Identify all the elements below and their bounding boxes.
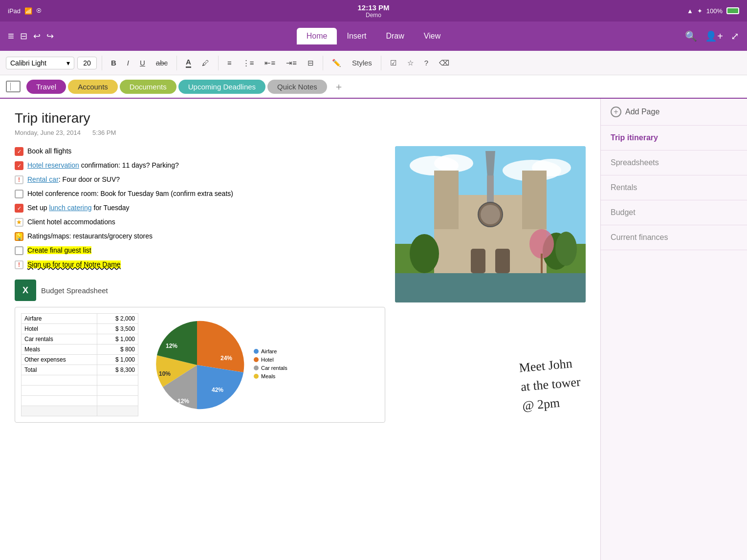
strikethrough-button[interactable]: abc xyxy=(152,57,172,69)
font-color-button[interactable]: A xyxy=(182,56,195,70)
page-nav-rentals[interactable]: Rentals xyxy=(601,175,747,200)
notre-dame-image xyxy=(395,146,586,302)
tab-insert[interactable]: Insert xyxy=(337,28,376,44)
checkbox[interactable]: ✓ xyxy=(15,204,23,213)
font-size-input[interactable]: 20 xyxy=(77,57,97,69)
status-bar: iPad 📶 ⦿ 12:13 PM Demo ▲ ✦ 100% xyxy=(0,0,747,22)
menu-icon[interactable]: ≡ xyxy=(8,30,14,43)
list-item: Create final guest list xyxy=(15,245,385,256)
table-row: Car rentals$ 1,000 xyxy=(22,334,138,345)
add-user-icon[interactable]: 👤+ xyxy=(705,30,723,42)
table-row: Meals$ 800 xyxy=(22,345,138,355)
sidebar-toggle[interactable] xyxy=(6,81,21,92)
expand-icon[interactable]: ⤢ xyxy=(731,30,739,42)
checkbox[interactable]: ! xyxy=(15,260,23,269)
expense-table: Airfare$ 2,000 Hotel$ 3,500 Car rentals$… xyxy=(21,313,138,416)
indent-button[interactable]: ⇥≡ xyxy=(282,57,301,69)
table-row: Other expenses$ 1,000 xyxy=(22,355,138,365)
hotel-link[interactable]: Hotel reservation xyxy=(27,161,79,169)
tab-draw[interactable]: Draw xyxy=(376,28,414,44)
checkbox[interactable]: ✓ xyxy=(15,161,23,170)
page-date: Monday, June 23, 2014 xyxy=(15,129,81,136)
add-page-circle-icon: + xyxy=(611,107,621,117)
italic-button[interactable]: I xyxy=(123,57,133,69)
svg-rect-15 xyxy=(495,249,510,273)
list-item: ! Rental car: Four door or SUV? xyxy=(15,174,385,185)
svg-point-13 xyxy=(481,205,500,224)
page-nav-trip-itinerary[interactable]: Trip itinerary xyxy=(601,126,747,151)
svg-point-16 xyxy=(410,234,439,273)
svg-rect-20 xyxy=(541,254,543,273)
checkbox-button[interactable]: ☑ xyxy=(386,57,400,69)
checkbox[interactable]: ★ xyxy=(15,218,23,227)
tab-quick-notes[interactable]: Quick Notes xyxy=(267,80,327,94)
status-center: 12:13 PM Demo xyxy=(357,3,389,19)
align-button[interactable]: ⊟ xyxy=(304,57,318,69)
pie-label-car: 12% xyxy=(177,398,189,405)
list-item: ✓ Hotel reservation confirmation: 11 day… xyxy=(15,160,385,171)
page-nav-budget[interactable]: Budget xyxy=(601,200,747,225)
bluetooth-icon: ✦ xyxy=(697,7,703,15)
add-tab-button[interactable]: ＋ xyxy=(329,78,349,95)
tab-documents[interactable]: Documents xyxy=(120,80,176,94)
bold-button[interactable]: B xyxy=(107,57,120,69)
inking-button[interactable]: ⌫ xyxy=(435,57,453,69)
checkbox[interactable] xyxy=(15,246,23,255)
checkbox[interactable]: ✓ xyxy=(15,147,23,156)
list-item: ★ Client hotel accommodations xyxy=(15,217,385,227)
highlighted-text-2: Sign up for tour of Notre Dame xyxy=(27,260,121,268)
tab-home[interactable]: Home xyxy=(297,28,337,44)
page-nav-spreadsheets[interactable]: Spreadsheets xyxy=(601,151,747,175)
bullet-list-button[interactable]: ≡ xyxy=(223,57,236,69)
table-row-total: Total$ 8,300 xyxy=(22,365,138,375)
svg-rect-14 xyxy=(471,249,485,273)
gps-icon: ▲ xyxy=(687,7,693,15)
tab-view[interactable]: View xyxy=(414,28,450,44)
search-icon[interactable]: 🔍 xyxy=(685,30,697,42)
add-page-button[interactable]: + Add Page xyxy=(601,99,747,126)
styles-button[interactable]: Styles xyxy=(348,57,376,69)
notebook-icon[interactable]: ⊟ xyxy=(20,31,27,42)
tab-upcoming-deadlines[interactable]: Upcoming Deadlines xyxy=(178,80,265,94)
budget-container: Airfare$ 2,000 Hotel$ 3,500 Car rentals$… xyxy=(15,307,385,423)
excel-label: Budget Spreadsheet xyxy=(41,286,108,295)
add-page-label: Add Page xyxy=(625,108,659,116)
wifi-icon: 📶 xyxy=(24,7,32,15)
page-nav-current-finances[interactable]: Current finances xyxy=(601,225,747,250)
checkbox[interactable]: 💡 xyxy=(15,232,23,241)
table-row: Hotel$ 3,500 xyxy=(22,324,138,334)
redo-icon[interactable]: ↪ xyxy=(46,31,54,42)
underline-button[interactable]: U xyxy=(136,57,149,69)
legend-item: Meals xyxy=(254,373,287,379)
help-button[interactable]: ? xyxy=(420,57,432,69)
list-item: ✓ Book all flights xyxy=(15,146,385,156)
highlight-button[interactable]: 🖊 xyxy=(198,57,213,69)
checkbox[interactable]: ! xyxy=(15,175,23,184)
budget-table: Airfare$ 2,000 Hotel$ 3,500 Car rentals$… xyxy=(21,313,138,416)
svg-point-18 xyxy=(555,232,577,266)
pie-label-meals: 10% xyxy=(159,370,171,377)
pie-label-other: 12% xyxy=(166,343,177,349)
checkbox[interactable] xyxy=(15,190,23,198)
star-button[interactable]: ☆ xyxy=(403,57,417,69)
tab-accounts[interactable]: Accounts xyxy=(68,80,118,94)
catering-link[interactable]: lunch catering xyxy=(49,204,91,212)
demo-label: Demo xyxy=(357,12,389,19)
page-meta: Monday, June 23, 2014 5:36 PM xyxy=(15,129,586,136)
svg-point-2 xyxy=(434,154,473,172)
excel-file[interactable]: X Budget Spreadsheet xyxy=(15,280,385,301)
item-text: Hotel conference room: Book for Tuesday … xyxy=(27,189,233,199)
tab-travel[interactable]: Travel xyxy=(26,80,66,94)
outdent-button[interactable]: ⇤≡ xyxy=(261,57,279,69)
undo-icon[interactable]: ↩ xyxy=(33,31,41,42)
pie-legend: Airfare Hotel Car rentals Meals xyxy=(254,348,287,382)
rental-link[interactable]: Rental car xyxy=(27,175,59,183)
item-text: Client hotel accommodations xyxy=(27,217,115,227)
table-row xyxy=(22,386,138,396)
table-row: Airfare$ 2,000 xyxy=(22,314,138,324)
content-right: Meet John at the tower @ 2pm xyxy=(395,146,586,423)
pencil-icon[interactable]: ✏️ xyxy=(328,57,345,69)
toolbar-center: Home Insert Draw View xyxy=(297,28,450,44)
numbered-list-button[interactable]: ⋮≡ xyxy=(239,57,258,69)
font-selector[interactable]: Calibri Light ▾ xyxy=(6,57,74,69)
